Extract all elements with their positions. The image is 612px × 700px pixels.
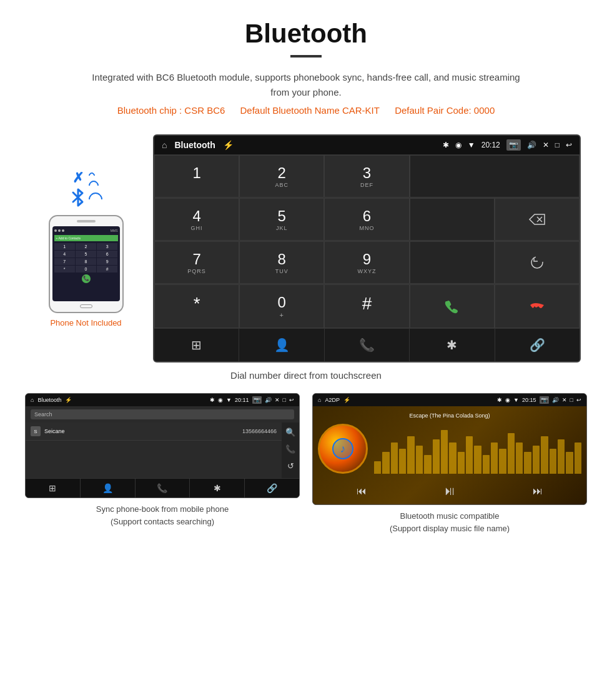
phone-msg: MMS — [111, 229, 118, 232]
viz-bar — [499, 449, 506, 474]
music-vol-icon[interactable]: 🔊 — [552, 397, 559, 403]
volume-icon[interactable]: 🔊 — [527, 141, 536, 149]
music-back-icon[interactable]: ↩ — [576, 397, 581, 403]
music-visualizer — [374, 424, 581, 474]
pb-search-side-icon[interactable]: 🔍 — [285, 428, 295, 437]
call-green-button[interactable] — [410, 284, 495, 328]
svg-point-3 — [531, 257, 543, 268]
dial-key-5[interactable]: 5JKL — [239, 198, 324, 241]
dialpad-container: 1 2ABC 3DEF 4GHI 5JKL 6MNO 7PQRS 8TUV 9W… — [154, 154, 580, 328]
page-title: Bluetooth — [0, 0, 612, 55]
pb-contact-item[interactable]: S Seicane 13566664466 — [26, 422, 282, 441]
viz-bar — [508, 433, 515, 474]
bottom-screenshots: ⌂ Bluetooth ⚡ ✱ ◉ ▼ 20:11 📷 🔊 ✕ □ ↩ — [25, 393, 587, 534]
bottom-btn-dialpad[interactable]: ⊞ — [154, 329, 239, 361]
pb-back-icon[interactable]: ↩ — [289, 397, 294, 403]
pb-win-icon[interactable]: □ — [283, 397, 286, 403]
dial-key-7[interactable]: 7PQRS — [154, 241, 239, 284]
music-main-content: ♪ — [318, 424, 581, 479]
window-icon[interactable]: □ — [555, 141, 560, 149]
pb-letter-badge: S — [31, 426, 41, 436]
prev-button[interactable]: ⏮ — [357, 486, 367, 497]
viz-bar — [374, 461, 381, 474]
album-art: ♪ — [318, 424, 368, 474]
pb-bottom-contacts[interactable]: 👤 — [81, 479, 136, 498]
music-home-icon[interactable]: ⌂ — [318, 397, 321, 403]
dial-key-9[interactable]: 9WXYZ — [324, 241, 409, 284]
specs-line: Bluetooth chip : CSR BC6 Default Bluetoo… — [0, 105, 612, 116]
music-title-bar: Escape (The Pina Colada Song) — [318, 412, 581, 419]
viz-bar — [458, 452, 465, 474]
pb-bottom-phone[interactable]: 📞 — [136, 479, 190, 498]
back-icon[interactable]: ↩ — [566, 141, 572, 149]
viz-bar — [407, 436, 414, 474]
title-underline — [290, 55, 322, 58]
dial-key-8[interactable]: 8TUV — [239, 241, 324, 284]
music-usb-icon: ⚡ — [343, 397, 350, 403]
pb-search-box[interactable]: Search — [31, 409, 294, 419]
viz-bar — [550, 449, 556, 474]
phone-screen: MMS + Add to Contacts 123 456 789 *0# 📞 — [52, 226, 120, 301]
time-display: 20:12 — [481, 141, 500, 149]
viz-bar — [416, 446, 423, 474]
dial-key-3[interactable]: 3DEF — [324, 155, 409, 198]
music-controls: ⏮ ⏯ ⏭ — [318, 479, 581, 501]
dial-key-4[interactable]: 4GHI — [154, 198, 239, 241]
pb-vol-icon[interactable]: 🔊 — [265, 397, 272, 403]
pb-close-icon[interactable]: ✕ — [275, 397, 280, 403]
next-button[interactable]: ⏭ — [533, 486, 543, 497]
phonebook-caption: Sync phone-book from mobile phone(Suppor… — [96, 503, 229, 528]
pb-bottom-dialpad[interactable]: ⊞ — [26, 479, 81, 498]
bluetooth-symbol: ✗ — [72, 170, 84, 186]
backspace-key[interactable] — [495, 198, 580, 241]
camera-icon[interactable]: 📷 — [506, 139, 521, 151]
phone-speaker — [77, 220, 96, 222]
phonebook-screen: ⌂ Bluetooth ⚡ ✱ ◉ ▼ 20:11 📷 🔊 ✕ □ ↩ — [25, 393, 300, 498]
dial-key-2[interactable]: 2ABC — [239, 155, 324, 198]
pb-reload-side-icon[interactable]: ↺ — [287, 461, 294, 471]
viz-bar — [524, 452, 531, 474]
dial-key-star[interactable]: * — [154, 284, 239, 328]
viz-bar — [483, 455, 490, 474]
pb-statusbar: ⌂ Bluetooth ⚡ ✱ ◉ ▼ 20:11 📷 🔊 ✕ □ ↩ — [26, 394, 299, 406]
reload-key[interactable] — [495, 241, 580, 284]
bottom-btn-contacts[interactable]: 👤 — [239, 329, 324, 361]
pb-cam-icon[interactable]: 📷 — [252, 396, 262, 404]
subtitle: Integrated with BC6 Bluetooth module, su… — [87, 70, 525, 100]
pb-content-row: S Seicane 13566664466 🔍 📞 ↺ — [26, 422, 299, 478]
viz-bar — [474, 446, 481, 474]
play-pause-button[interactable]: ⏯ — [443, 484, 456, 498]
dial-key-1[interactable]: 1 — [154, 155, 239, 198]
screen-title: Bluetooth — [174, 140, 215, 150]
music-close-icon[interactable]: ✕ — [562, 397, 567, 403]
dial-key-hash[interactable]: # — [324, 284, 409, 328]
home-icon[interactable]: ⌂ — [162, 140, 167, 150]
pb-call-side-icon[interactable]: 📞 — [285, 444, 295, 454]
call-red-button[interactable] — [495, 284, 580, 328]
dial-key-6[interactable]: 6MNO — [324, 198, 409, 241]
bottom-btn-phone[interactable]: 📞 — [325, 329, 410, 361]
music-content-area: Escape (The Pina Colada Song) ♪ ⏮ ⏯ — [313, 406, 586, 504]
music-win-icon[interactable]: □ — [570, 397, 573, 403]
pb-time: 20:11 — [235, 397, 249, 403]
viz-bar — [533, 446, 540, 474]
spec-name: Default Bluetooth Name CAR-KIT — [240, 105, 380, 116]
car-screen: ⌂ Bluetooth ⚡ ✱ ◉ ▼ 20:12 📷 🔊 ✕ □ ↩ 1 2A… — [153, 134, 581, 362]
viz-bar — [566, 452, 573, 474]
music-block: ⌂ A2DP ⚡ ✱ ◉ ▼ 20:15 📷 🔊 ✕ □ ↩ — [312, 393, 587, 534]
music-loc-icon: ◉ — [505, 397, 510, 403]
bottom-btn-link[interactable]: 🔗 — [495, 329, 580, 361]
phone-home-button — [80, 304, 92, 308]
pb-bottom-bt[interactable]: ✱ — [190, 479, 245, 498]
close-icon[interactable]: ✕ — [543, 141, 549, 149]
pb-home-icon[interactable]: ⌂ — [31, 397, 34, 403]
phone-bottom-row: 📞 — [54, 274, 118, 283]
signal-icon: ▼ — [468, 141, 475, 149]
dial-key-0[interactable]: 0+ — [239, 284, 324, 328]
pb-bottom-link[interactable]: 🔗 — [245, 479, 299, 498]
music-cam-icon[interactable]: 📷 — [540, 396, 549, 404]
bottom-btn-bluetooth[interactable]: ✱ — [410, 329, 495, 361]
viz-bar — [491, 442, 498, 474]
pb-contact-number: 13566664466 — [242, 428, 277, 434]
svg-text:♪: ♪ — [340, 442, 346, 455]
